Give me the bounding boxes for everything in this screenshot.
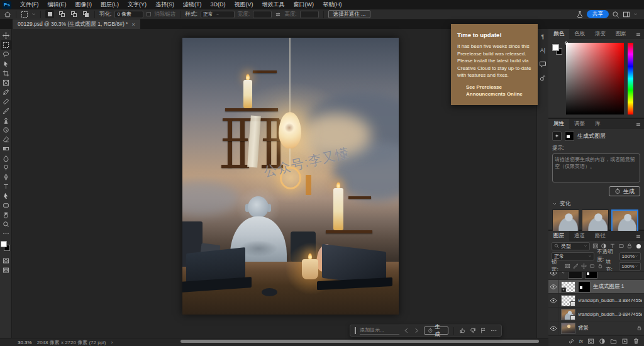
brush-tool[interactable] (1, 106, 11, 116)
style-select[interactable]: 正常 (201, 11, 235, 18)
new-group-icon[interactable] (610, 338, 617, 345)
zoom-tool[interactable] (1, 220, 11, 229)
photoshop-logo[interactable]: Ps (3, 1, 11, 9)
panel-menu-icon[interactable] (635, 32, 641, 37)
flag-icon[interactable] (480, 327, 486, 334)
lock-position-icon[interactable] (581, 263, 587, 269)
share-button[interactable]: 共享 (587, 10, 609, 18)
hand-tool[interactable] (1, 210, 11, 220)
workspace-icon[interactable] (623, 11, 630, 18)
menu-item-1[interactable]: 编辑(E) (43, 0, 71, 9)
layer-row-3[interactable]: vrandolph_buddh...3-8847455eb1f5 (548, 308, 644, 321)
thumbs-down-icon[interactable] (470, 327, 476, 334)
crop-tool[interactable] (1, 69, 11, 78)
fill-select[interactable]: 100% (619, 262, 641, 271)
layer-row-4[interactable]: 背景 (548, 321, 644, 335)
menu-item-11[interactable]: 帮助(H) (318, 0, 347, 9)
menu-item-3[interactable]: 图层(L) (96, 0, 123, 9)
layer-thumbnail[interactable] (561, 309, 575, 320)
layer-visibility-eye-icon[interactable] (548, 294, 558, 308)
lasso-tool[interactable] (1, 50, 11, 59)
menu-item-4[interactable]: 文字(Y) (123, 0, 151, 9)
link-layers-icon[interactable] (568, 338, 575, 345)
add-to-selection-button[interactable] (57, 10, 66, 18)
layer-name[interactable]: 背景 (578, 325, 634, 332)
clone-stamp-tool[interactable] (1, 116, 11, 125)
color-swatches[interactable] (1, 241, 11, 255)
layer-row-0[interactable] (548, 272, 644, 280)
history-brush-tool[interactable] (1, 125, 11, 135)
feather-input[interactable]: 0 像素 (114, 11, 143, 18)
foreground-color-swatch[interactable] (552, 44, 559, 51)
status-chevron[interactable]: › (111, 340, 113, 345)
layer-mask-thumbnail[interactable] (578, 281, 591, 293)
chevron-down-icon[interactable] (31, 12, 36, 16)
properties-tab-1[interactable]: 调整 (569, 119, 590, 129)
layer-mask-thumbnail[interactable] (585, 272, 597, 279)
blur-tool[interactable] (1, 153, 11, 163)
type-tool[interactable] (1, 182, 11, 191)
subtract-selection-button[interactable] (69, 10, 78, 18)
frame-tool[interactable] (1, 78, 11, 87)
capture-tool-icon[interactable] (576, 11, 584, 18)
lock-artboard-icon[interactable] (589, 263, 595, 269)
zoom-level[interactable]: 30.3% (18, 340, 32, 345)
width-input[interactable] (253, 11, 272, 18)
select-and-mask-button[interactable]: 选择并遮住 ... (328, 10, 371, 18)
object-selection-tool[interactable] (1, 59, 11, 69)
screen-mode-button[interactable] (1, 265, 11, 275)
notification-link[interactable]: See Prerelease Announcements Online (457, 84, 531, 98)
menu-item-2[interactable]: 图像(I) (71, 0, 97, 9)
lock-transparency-icon[interactable] (565, 263, 570, 269)
home-icon[interactable] (4, 11, 11, 18)
menu-item-7[interactable]: 3D(D) (206, 0, 230, 9)
prompt-textarea[interactable] (552, 153, 640, 182)
gradient-tool[interactable] (1, 144, 11, 153)
menu-item-8[interactable]: 视图(V) (230, 0, 258, 9)
filter-toggle-pin[interactable] (636, 244, 641, 248)
color-cursor[interactable] (565, 42, 568, 45)
edit-toolbar-button[interactable] (1, 229, 11, 238)
color-tab-3[interactable]: 图案 (611, 29, 631, 39)
layer-name[interactable]: 生成式图层 1 (593, 283, 642, 291)
panel-menu-icon[interactable] (635, 122, 641, 127)
layer-visibility-eye-icon[interactable] (548, 321, 558, 335)
height-input[interactable] (300, 11, 319, 18)
lock-all-icon[interactable] (597, 263, 603, 269)
dodge-tool[interactable] (1, 163, 11, 172)
layer-thumbnail[interactable] (561, 295, 575, 306)
path-selection-tool[interactable] (1, 191, 11, 201)
lock-pixels-icon[interactable] (573, 263, 579, 269)
anti-alias-checkbox[interactable] (147, 12, 151, 16)
eraser-tool[interactable] (1, 135, 11, 144)
variation-thumbnail-2[interactable] (582, 209, 609, 233)
layer-filter-select[interactable]: 类型 (552, 242, 590, 250)
marquee-tool[interactable] (1, 40, 11, 50)
foreground-color-swatch[interactable] (1, 241, 7, 247)
layers-tab-0[interactable]: 图层 (548, 231, 569, 241)
color-tab-0[interactable]: 颜色 (548, 29, 569, 39)
shape-tool[interactable] (1, 201, 11, 210)
chevron-down-icon[interactable] (633, 12, 638, 16)
menu-item-9[interactable]: 增效工具 (258, 0, 289, 9)
collapse-caret-icon[interactable] (561, 272, 565, 275)
horizontal-scrollbar[interactable] (180, 340, 539, 343)
layers-tab-2[interactable]: 路径 (590, 231, 611, 241)
layer-thumbnail[interactable] (561, 323, 575, 334)
new-selection-button[interactable] (45, 10, 54, 18)
intersect-selection-button[interactable] (81, 10, 90, 18)
layers-tab-1[interactable]: 通道 (569, 231, 590, 241)
filter-smart-objects-icon[interactable] (626, 243, 633, 249)
properties-tab-0[interactable]: 属性 (548, 119, 569, 129)
delete-layer-icon[interactable] (633, 338, 640, 345)
add-mask-icon[interactable] (587, 338, 594, 345)
prompt-input[interactable]: 添加提示... (360, 326, 399, 335)
panel-menu-icon[interactable] (635, 234, 641, 239)
menu-item-5[interactable]: 选择(S) (151, 0, 179, 9)
layer-visibility-eye-icon[interactable] (548, 280, 558, 294)
new-layer-icon[interactable] (621, 338, 628, 345)
chevron-down-icon[interactable] (552, 201, 557, 206)
layer-effects-icon[interactable]: fx (579, 338, 583, 344)
more-options-icon[interactable] (491, 327, 497, 334)
layer-thumbnail[interactable] (568, 272, 582, 279)
